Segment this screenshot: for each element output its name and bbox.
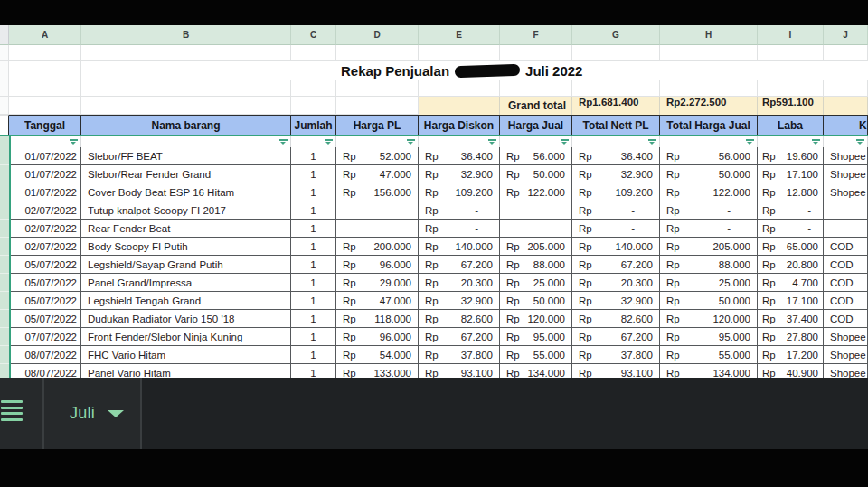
column-header-b[interactable]: B [81,25,291,45]
cell-jumlah[interactable]: 1 [291,147,336,165]
cell-total-nett-pl[interactable]: Rp109.200 [572,183,660,201]
cell-laba[interactable]: Rp20.800 [758,256,824,274]
header-total-nett-pl[interactable]: Total Nett PL [572,115,660,135]
filter-icon[interactable] [325,138,333,145]
cell-total-harga-jual[interactable]: Rp120.000 [660,310,758,328]
cell-jumlah[interactable]: 1 [291,220,336,238]
cell-harga-pl[interactable]: Rp200.000 [336,238,419,256]
column-header-i[interactable]: I [758,25,824,45]
header-harga-jual[interactable]: Harga Jual [500,115,572,135]
cell[interactable] [336,80,419,97]
cell-tanggal[interactable]: 02/07/2022 [9,238,81,256]
cell-harga-jual[interactable] [500,220,572,238]
header-tanggal[interactable]: Tanggal [9,115,81,135]
cell-jumlah[interactable]: 1 [291,201,336,220]
cell-harga-jual[interactable]: Rp25.000 [500,274,572,292]
cell-jumlah[interactable]: 1 [291,274,336,292]
cell-harga-pl[interactable]: Rp133.000 [336,364,419,378]
filter-icon[interactable] [70,138,78,145]
cell[interactable] [81,45,291,61]
cell[interactable] [9,80,81,97]
cell-harga-pl[interactable]: Rp54.000 [336,346,419,364]
cell-harga-diskon[interactable]: Rp67.200 [419,256,500,274]
spreadsheet-grid[interactable]: Rekap Penjualan Juli 2022 ABCDEFGHIJGran… [0,25,868,378]
cell-tanggal[interactable]: 05/07/2022 [9,274,81,292]
filter-icon[interactable] [488,138,496,145]
header-laba[interactable]: Laba [758,115,824,135]
cell[interactable] [419,80,500,97]
cell-laba[interactable]: Rp65.000 [758,238,824,256]
cell[interactable] [572,45,660,61]
cell-keterangan[interactable]: Shopee [824,364,868,378]
column-header-a[interactable]: A [9,25,81,45]
cell-harga-pl[interactable]: Rp96.000 [336,328,419,346]
cell-laba[interactable]: Rp27.800 [758,328,824,346]
cell-harga-jual[interactable]: Rp56.000 [500,147,572,165]
cell-jumlah[interactable]: 1 [291,310,336,328]
column-header-g[interactable]: G [572,25,660,45]
cell-jumlah[interactable]: 1 [291,256,336,274]
cell-nama-barang[interactable]: Tutup knalpot Scoopy FI 2017 [81,201,291,220]
cell-harga-pl[interactable]: Rp52.000 [336,147,419,165]
cell-jumlah[interactable]: 1 [291,165,336,183]
cell-total-nett-pl[interactable]: Rp36.400 [572,147,660,165]
sheet-tab-juli[interactable]: Juli [52,378,141,449]
cell-laba[interactable]: Rp12.800 [758,183,824,201]
filter-icon[interactable] [648,138,656,145]
cell-total-harga-jual[interactable]: Rp95.000 [660,328,758,346]
cell-jumlah[interactable]: 1 [291,183,336,201]
header-harga-diskon[interactable]: Harga Diskon [419,115,500,135]
cell-harga-pl[interactable]: Rp47.000 [336,292,419,310]
cell-harga-jual[interactable]: Rp55.000 [500,346,572,364]
cell-total-harga-jual[interactable]: Rp56.000 [660,147,758,165]
cell-laba[interactable]: Rp19.600 [758,147,824,165]
cell-keterangan[interactable]: Shopee [824,147,868,165]
cell[interactable] [660,80,758,97]
cell-total-nett-pl[interactable]: Rp67.200 [572,256,660,274]
cell[interactable] [81,80,291,97]
cell-harga-jual[interactable]: Rp120.000 [500,310,572,328]
cell[interactable] [824,80,868,97]
cell-harga-pl[interactable]: Rp118.000 [336,310,419,328]
cell[interactable] [660,45,758,61]
grand-total-laba[interactable]: Rp591.100 [758,97,824,115]
cell[interactable] [824,45,868,61]
cell[interactable] [758,45,824,61]
cell-laba[interactable]: Rp17.200 [758,346,824,364]
header-total-harga-jual[interactable]: Total Harga Jual [660,115,758,135]
cell-tanggal[interactable]: 01/07/2022 [9,165,81,183]
cell-harga-diskon[interactable]: Rp36.400 [419,147,500,165]
cell-total-nett-pl[interactable]: Rp32.900 [572,292,660,310]
cell[interactable] [9,45,81,61]
grand-total-label[interactable]: Grand total [500,97,572,115]
cell[interactable] [572,80,660,97]
cell-total-nett-pl[interactable]: Rp- [572,220,660,238]
column-header-e[interactable]: E [419,25,500,45]
cell-total-harga-jual[interactable]: Rp50.000 [660,165,758,183]
cell-total-harga-jual[interactable]: Rp- [660,220,758,238]
cell-tanggal[interactable]: 02/07/2022 [9,220,81,238]
cell[interactable] [500,45,572,61]
cell-total-nett-pl[interactable]: Rp37.800 [572,346,660,364]
cell-nama-barang[interactable]: Panel Vario Hitam [81,364,291,378]
cell-nama-barang[interactable]: Rear Fender Beat [81,220,291,238]
cell-jumlah[interactable]: 1 [291,238,336,256]
column-header-h[interactable]: H [660,25,758,45]
grand-total-harga-jual[interactable]: Rp2.272.500 [660,97,758,115]
cell-keterangan[interactable]: Shopee [824,328,868,346]
cell-harga-jual[interactable]: Rp50.000 [500,165,572,183]
cell-total-harga-jual[interactable]: Rp122.000 [660,183,758,201]
cell-keterangan[interactable] [824,220,868,238]
filter-icon[interactable] [561,138,569,145]
cell-harga-diskon[interactable]: Rp- [419,201,500,220]
cell-tanggal[interactable]: 05/07/2022 [9,310,81,328]
cell-keterangan[interactable]: COD [824,274,868,292]
cell-harga-jual[interactable]: Rp205.000 [500,238,572,256]
cell-jumlah[interactable]: 1 [291,328,336,346]
cell-keterangan[interactable]: Shopee [824,346,868,364]
cell-laba[interactable]: Rp- [758,220,824,238]
header-harga-pl[interactable]: Harga PL [336,115,419,135]
cell-tanggal[interactable]: 08/07/2022 [9,364,81,378]
header-jumlah[interactable]: Jumlah [291,115,336,135]
cell-tanggal[interactable]: 01/07/2022 [9,147,81,165]
